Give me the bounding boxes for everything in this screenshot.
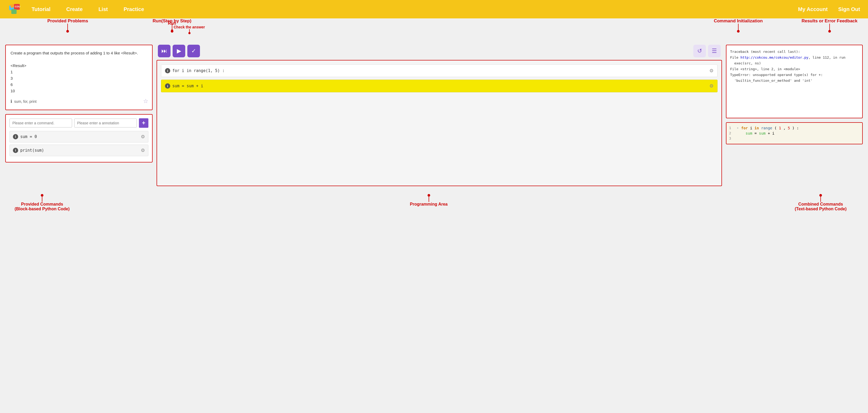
nav-create[interactable]: Create (66, 6, 83, 12)
commands-box: + i sum = 0 ⚙ i print(sum) ⚙ (5, 114, 153, 163)
problem-box: Create a program that outputs the proces… (5, 45, 153, 110)
annotation-provided-commands: Provided Commands (Block-based Python Co… (5, 194, 79, 211)
annotation-results: Results or Error Feedback (801, 19, 858, 33)
gear-icon-for[interactable]: ⚙ (709, 68, 714, 74)
error-box: Traceback (most recent call last): File … (726, 45, 863, 118)
navbar-links: Tutorial Create List Practice (32, 6, 798, 12)
left-panel: Create a program that outputs the proces… (5, 45, 153, 163)
command-input-row: + (9, 118, 148, 128)
check-answer-button[interactable]: ✓ (187, 45, 200, 57)
reset-button[interactable]: ↺ (693, 45, 706, 57)
run-controls-right: ↺ ☰ (693, 45, 721, 57)
code-view-box: 1 ▸ for i in range ( 1 , 5 ) : (726, 122, 863, 144)
line-num-3: 3 (729, 136, 737, 140)
navbar: COU Tutorial Create List Practice My Acc… (0, 0, 868, 19)
prog-block-sum-plus: i sum = sum + i ⚙ (161, 80, 717, 92)
nav-list[interactable]: List (98, 6, 108, 12)
hint-icon: ℹ (10, 98, 12, 105)
right-panel: Traceback (most recent call last): File … (726, 45, 863, 144)
line-code-3 (741, 136, 743, 141)
line-arrow-1: ▸ (737, 126, 741, 130)
logo-svg: COU (9, 3, 23, 15)
code-block-sum-0: i sum = 0 ⚙ (9, 131, 148, 142)
traceback-line-2: exec(src, ns) (730, 61, 859, 66)
gear-icon-sum0[interactable]: ⚙ (141, 134, 145, 140)
code-text-print: print(sum) (20, 148, 44, 153)
run-controls-left: ⏭ ▶ ✓ (158, 45, 200, 57)
logo: COU (8, 3, 24, 16)
programming-area: i for i in range(1, 5) : ⚙ i sum = sum +… (157, 60, 722, 186)
middle-panel: ⏭ ▶ ✓ ↺ ☰ i for i in range(1, 5) : ⚙ (157, 45, 722, 186)
bottom-annotations: Provided Commands (Block-based Python Co… (0, 192, 868, 219)
svg-text:COU: COU (15, 5, 20, 8)
annotation-programming-area: Programming Area (392, 194, 466, 211)
code-block-print-sum: i print(sum) ⚙ (9, 145, 148, 156)
code-line-1: 1 ▸ for i in range ( 1 , 5 ) : (726, 126, 862, 131)
line-num-2: 2 (729, 131, 737, 135)
traceback-line-1: File http://cokcou.me/cokcou/editor.py, … (730, 55, 859, 61)
svg-rect-2 (11, 9, 17, 14)
code-line-3: 3 (726, 136, 862, 141)
annotation-combined-commands: Combined Commands (Text-based Python Cod… (779, 194, 863, 211)
run-button[interactable]: ▶ (173, 45, 185, 57)
run-controls: ⏭ ▶ ✓ ↺ ☰ (157, 45, 722, 57)
gear-icon-print[interactable]: ⚙ (141, 147, 145, 153)
annotation-command-init: Command Initialization (714, 19, 763, 33)
traceback-error-detail: 'builtin_function_or_method' and 'int' (730, 78, 859, 83)
traceback-line-3: File <string>, line 2, in <module> (730, 66, 859, 72)
traceback-error: TypeError: unsupported operand type(s) f… (730, 72, 859, 78)
star-icon[interactable]: ☆ (143, 97, 148, 106)
navbar-right: My Account Sign Out (798, 6, 860, 12)
menu-button[interactable]: ☰ (708, 45, 721, 57)
info-icon-sum0: i (13, 134, 18, 139)
line-code-2: sum = sum + i (741, 131, 774, 135)
problem-text: Create a program that outputs the proces… (10, 50, 147, 94)
prog-block-for: i for i in range(1, 5) : ⚙ (161, 64, 717, 77)
page-wrapper: COU Tutorial Create List Practice My Acc… (0, 0, 868, 219)
info-icon-for: i (165, 68, 170, 73)
nav-my-account[interactable]: My Account (798, 6, 828, 12)
nav-sign-out[interactable]: Sign Out (838, 6, 860, 12)
add-command-button[interactable]: + (139, 118, 148, 128)
line-arrow-3 (737, 136, 741, 140)
line-code-1: for i in range ( 1 , 5 ) : (741, 126, 799, 130)
nav-practice[interactable]: Practice (124, 6, 144, 12)
annotation-provided-problems: Provided Problems (48, 19, 88, 33)
command-input[interactable] (9, 118, 72, 128)
code-text-sum0: sum = 0 (20, 134, 37, 139)
annotation-check-answer: Check the answer (174, 25, 205, 34)
problem-footer: ℹ sum, for, print (10, 98, 147, 105)
code-text-sum-plus: sum = sum + i (172, 83, 203, 88)
step-forward-button[interactable]: ⏭ (158, 45, 170, 57)
info-icon-print: i (13, 148, 18, 153)
hint-keywords: sum, for, print (14, 99, 37, 104)
line-num-1: 1 (729, 126, 737, 130)
gear-icon-sum-plus[interactable]: ⚙ (709, 83, 714, 89)
main-content: Create a program that outputs the proces… (0, 39, 868, 192)
error-link[interactable]: http://cokcou.me/cokcou/editor.py (740, 56, 808, 60)
traceback-title: Traceback (most recent call last): (730, 49, 859, 55)
info-icon-sum-plus: i (165, 83, 170, 89)
code-line-2: 2 sum = sum + i (726, 131, 862, 136)
annotation-input[interactable] (74, 118, 137, 128)
code-view-inner: 1 ▸ for i in range ( 1 , 5 ) : (726, 123, 862, 144)
line-arrow-2 (737, 131, 741, 135)
code-text-for: for i in range(1, 5) : (172, 68, 225, 73)
nav-tutorial[interactable]: Tutorial (32, 6, 51, 12)
